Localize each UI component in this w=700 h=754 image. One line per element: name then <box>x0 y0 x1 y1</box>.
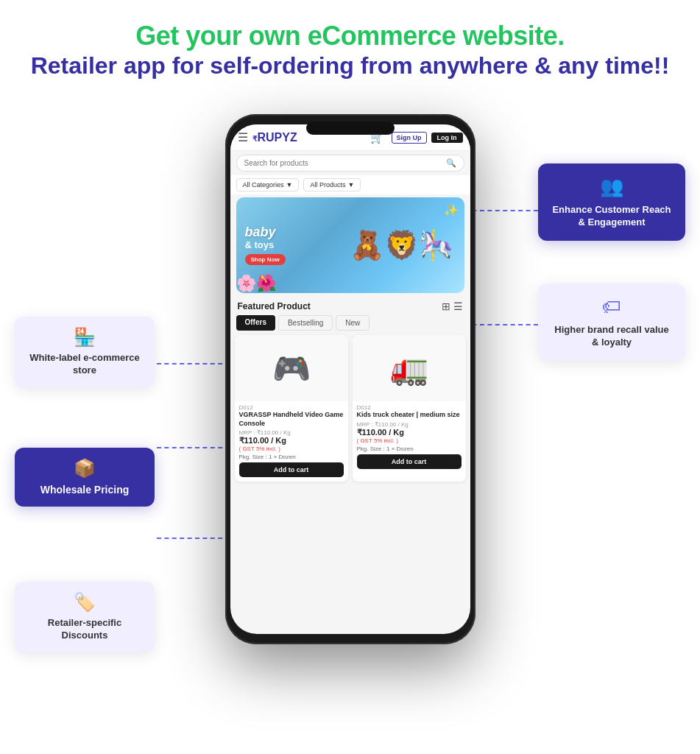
shop-now-button[interactable]: Shop Now <box>245 254 286 265</box>
tab-new[interactable]: New <box>336 315 370 331</box>
phone-outer: ☰ ₹RUPYZ 🛒 Sign Up Log In 🔍 All Categori… <box>225 114 475 644</box>
products-filter[interactable]: All Products ▼ <box>303 178 361 191</box>
add-to-cart-1[interactable]: Add to cart <box>239 462 344 477</box>
product-pkg-1: Pkg. Size : 1 × Dozen <box>239 454 344 460</box>
phone-notch <box>306 121 395 135</box>
signup-button[interactable]: Sign Up <box>392 132 427 144</box>
white-label-box: 🏪 White-label e-commerce store <box>15 317 155 387</box>
list-view-icon[interactable]: ☰ <box>453 300 463 312</box>
discount-box: 🏷️ Retailer-specific Discounts <box>15 582 155 652</box>
banner-text: baby & toys Shop Now <box>236 218 294 273</box>
banner-subtitle: & toys <box>245 239 286 250</box>
header-line2: Retailer app for self-ordering from anyw… <box>0 52 700 80</box>
store-icon: 🏪 <box>74 327 96 348</box>
product-name-1: VGRASSP Handheld Video Game Console <box>239 411 344 428</box>
banner-flowers-right: ✨ <box>444 203 459 217</box>
header-line1: Get your own eCommerce website. <box>0 21 700 52</box>
product-mrp-1: MRP : ₹110.00 / Kg <box>239 429 344 436</box>
phone-screen: ☰ ₹RUPYZ 🛒 Sign Up Log In 🔍 All Categori… <box>230 124 470 634</box>
search-input[interactable] <box>244 159 442 167</box>
product-price-1: ₹110.00 / Kg <box>239 436 344 445</box>
discount-icon: 🏷️ <box>74 592 96 613</box>
connector-line-right-2 <box>464 324 538 325</box>
product-gst-1: ( GST 5% incl. ) <box>239 445 344 452</box>
product-grid: 🎮 D012 VGRASSP Handheld Video Game Conso… <box>230 335 470 489</box>
connector-line-right-1 <box>464 210 538 211</box>
product-info-2: D012 Kids truck cheater | medium size MR… <box>353 401 466 473</box>
tab-bestselling[interactable]: Bestselling <box>278 315 333 331</box>
wholesale-label: Wholesale Pricing <box>40 483 130 496</box>
add-to-cart-2[interactable]: Add to cart <box>357 454 462 469</box>
grid-view-icon[interactable]: ⊞ <box>442 300 450 312</box>
banner-title: baby <box>245 225 286 240</box>
tab-offers[interactable]: Offers <box>236 315 275 331</box>
search-bar[interactable]: 🔍 <box>236 155 464 172</box>
enhance-box: 👥 Enhance Customer Reach & Engagement <box>538 163 685 241</box>
product-info-1: D012 VGRASSP Handheld Video Game Console… <box>235 401 348 482</box>
product-sku-1: D012 <box>239 404 344 411</box>
promo-banner: baby & toys Shop Now 🧸🦁🎠 🌸🌺 ✨ <box>236 197 464 293</box>
menu-icon[interactable]: ☰ <box>238 130 248 144</box>
brand-icon: 🏷 <box>602 295 621 318</box>
wholesale-box: 📦 Wholesale Pricing <box>15 448 155 507</box>
product-gst-2: ( GST 5% incl. ) <box>357 437 462 444</box>
product-pkg-2: Pkg. Size : 1 × Dozen <box>357 445 462 452</box>
categories-filter[interactable]: All Categories ▼ <box>236 178 300 191</box>
white-label-label: White-label e-commerce store <box>26 352 143 377</box>
featured-header: Featured Product ⊞ ☰ <box>230 296 470 315</box>
phone-mockup: ☰ ₹RUPYZ 🛒 Sign Up Log In 🔍 All Categori… <box>225 114 475 644</box>
featured-title: Featured Product <box>238 301 311 311</box>
product-image-1: 🎮 <box>235 335 348 401</box>
view-icons: ⊞ ☰ <box>442 300 463 312</box>
product-name-2: Kids truck cheater | medium size <box>357 411 462 420</box>
product-card-1: 🎮 D012 VGRASSP Handheld Video Game Conso… <box>235 335 348 482</box>
login-button[interactable]: Log In <box>431 133 463 143</box>
brand-label: Higher brand recall value & loyalty <box>550 324 674 349</box>
banner-flowers-left: 🌸🌺 <box>236 274 276 293</box>
product-mrp-2: MRP : ₹110.00 / Kg <box>357 421 462 428</box>
filter-row: All Categories ▼ All Products ▼ <box>230 175 470 194</box>
brand-box: 🏷 Higher brand recall value & loyalty <box>538 283 685 361</box>
users-icon: 👥 <box>600 175 623 198</box>
enhance-label: Enhance Customer Reach & Engagement <box>550 204 674 229</box>
product-tabs: Offers Bestselling New <box>230 315 470 335</box>
wholesale-icon: 📦 <box>74 458 96 479</box>
search-icon: 🔍 <box>446 158 456 168</box>
discount-label: Retailer-specific Discounts <box>26 617 143 642</box>
product-price-2: ₹110.00 / Kg <box>357 428 462 437</box>
product-card-2: 🚛 D012 Kids truck cheater | medium size … <box>353 335 466 482</box>
header-section: Get your own eCommerce website. Retailer… <box>0 0 700 80</box>
product-sku-2: D012 <box>357 404 462 411</box>
product-image-2: 🚛 <box>353 335 466 401</box>
